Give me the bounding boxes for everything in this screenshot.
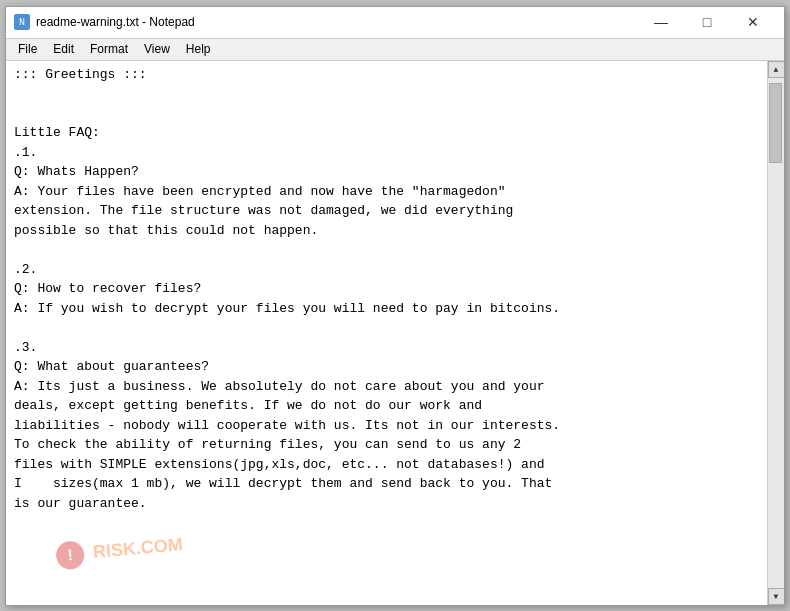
menu-help[interactable]: Help [178, 40, 219, 58]
menu-format[interactable]: Format [82, 40, 136, 58]
scroll-down-button[interactable]: ▼ [768, 588, 785, 605]
menu-bar: File Edit Format View Help [6, 39, 784, 61]
scroll-up-button[interactable]: ▲ [768, 61, 785, 78]
content-wrapper: ! RISK.COM [6, 61, 767, 605]
minimize-button[interactable]: — [638, 6, 684, 38]
menu-file[interactable]: File [10, 40, 45, 58]
window-title: readme-warning.txt - Notepad [36, 15, 195, 29]
scrollbar[interactable]: ▲ ▼ [767, 61, 784, 605]
text-editor[interactable] [6, 61, 767, 605]
menu-view[interactable]: View [136, 40, 178, 58]
close-button[interactable]: ✕ [730, 6, 776, 38]
content-area: ! RISK.COM ▲ ▼ [6, 61, 784, 605]
window-controls: — □ ✕ [638, 6, 776, 38]
title-bar: N readme-warning.txt - Notepad — □ ✕ [6, 7, 784, 39]
notepad-window: N readme-warning.txt - Notepad — □ ✕ Fil… [5, 6, 785, 606]
scrollbar-track-area[interactable] [768, 78, 784, 588]
maximize-button[interactable]: □ [684, 6, 730, 38]
menu-edit[interactable]: Edit [45, 40, 82, 58]
scrollbar-thumb[interactable] [769, 83, 782, 163]
title-left: N readme-warning.txt - Notepad [14, 14, 195, 30]
notepad-icon: N [14, 14, 30, 30]
